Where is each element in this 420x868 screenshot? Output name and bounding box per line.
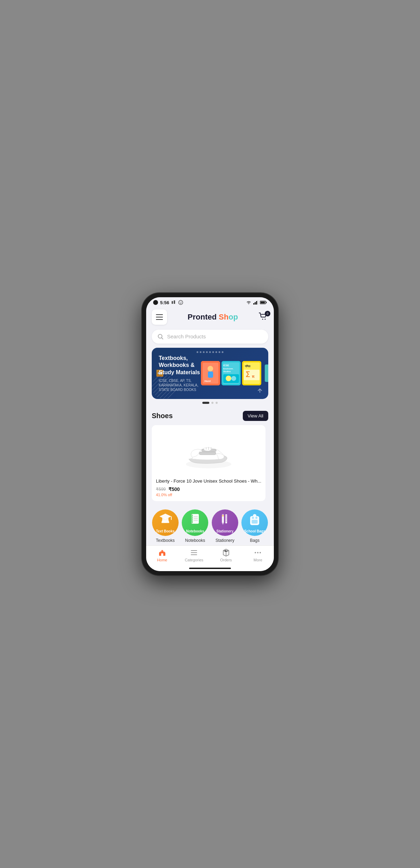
nav-item-categories[interactable]: Categories xyxy=(178,548,210,562)
svg-point-81 xyxy=(255,552,256,553)
banner[interactable]: ⏪ Textbooks, Workbooks & Study Materials… xyxy=(152,348,268,399)
category-notebooks[interactable]: Notebooks Notebooks xyxy=(182,509,208,543)
home-indicator xyxy=(189,568,231,569)
indicator-2 xyxy=(216,402,218,404)
shoes-section: Shoes View All xyxy=(146,408,274,504)
nav-item-orders[interactable]: Orders xyxy=(210,548,242,562)
logo-shop: Shop xyxy=(219,313,238,321)
banner-subtitle: ICSE, CBSE, AP, TS, KARANATAKA, KERALA, … xyxy=(159,378,201,392)
nav-label-home: Home xyxy=(157,558,167,562)
battery-icon xyxy=(260,300,267,305)
svg-point-12 xyxy=(262,318,263,320)
svg-rect-71 xyxy=(253,515,256,516)
product-name-1: Liberty - Force 10 Jove Unisex School Sh… xyxy=(156,478,261,484)
category-bags[interactable]: School Bags Bags xyxy=(241,509,268,543)
banner-dots xyxy=(197,351,224,353)
search-placeholder: Search Products xyxy=(167,333,206,339)
price-row-1: ₹599 ₹500 xyxy=(156,486,261,492)
shoes-products-scroll: Liberty - Force 10 Jove Unisex School Sh… xyxy=(152,425,268,504)
svg-point-74 xyxy=(253,517,253,518)
svg-point-75 xyxy=(256,517,257,518)
home-icon xyxy=(158,548,166,557)
textbooks-icon xyxy=(159,512,172,527)
nav-label-categories: Categories xyxy=(185,558,203,562)
svg-point-83 xyxy=(260,552,261,553)
search-icon xyxy=(157,333,164,340)
svg-point-29 xyxy=(231,376,236,381)
product-card-1[interactable]: Liberty - Force 10 Jove Unisex School Sh… xyxy=(152,425,265,501)
home-indicator-bar xyxy=(146,566,274,571)
banner-text: Textbooks, Workbooks & Study Materials I… xyxy=(159,355,201,392)
orders-icon xyxy=(222,548,230,557)
svg-point-28 xyxy=(226,376,231,381)
svg-text:∑: ∑ xyxy=(246,370,250,377)
svg-point-82 xyxy=(257,552,258,553)
svg-rect-8 xyxy=(257,300,258,305)
camera-icon xyxy=(153,300,158,305)
banner-indicators xyxy=(152,402,268,404)
product-img-1 xyxy=(156,429,261,475)
cat-circle-notebooks: Notebooks xyxy=(182,509,208,536)
cat-icon-notebooks: Notebooks xyxy=(188,512,202,533)
svg-point-3 xyxy=(180,302,180,302)
indicator-active xyxy=(202,402,209,404)
chevron-right-icon xyxy=(268,370,268,376)
wifi-icon xyxy=(246,300,252,305)
menu-line-1 xyxy=(156,314,163,315)
cat-circle-textbooks: Text Books xyxy=(152,509,179,536)
categories-icon xyxy=(190,548,198,557)
category-textbooks[interactable]: Text Books Textbooks xyxy=(152,509,179,543)
svg-point-13 xyxy=(264,318,265,320)
shoes-section-title: Shoes xyxy=(152,412,173,420)
notebooks-icon xyxy=(188,512,202,527)
svg-rect-6 xyxy=(255,302,256,305)
svg-rect-20 xyxy=(208,371,213,378)
category-stationery[interactable]: Stationery Stationery xyxy=(212,509,238,543)
svg-rect-0 xyxy=(172,301,173,304)
cart-badge: 0 xyxy=(265,311,270,316)
logo-pronted: Pronted xyxy=(188,313,217,321)
svg-text:ICSE: ICSE xyxy=(223,364,229,367)
header: Pronted Shop 0 xyxy=(146,307,274,328)
book-img-2: ICSE Environm. Studies xyxy=(222,361,241,385)
svg-text:Hazel: Hazel xyxy=(204,380,211,382)
svg-point-19 xyxy=(208,366,213,371)
bags-icon xyxy=(248,512,261,527)
status-time: 5:56 xyxy=(160,300,169,305)
svg-rect-5 xyxy=(253,303,254,305)
menu-line-3 xyxy=(156,319,163,320)
cat-circle-bags: School Bags xyxy=(241,509,268,536)
menu-line-2 xyxy=(156,317,163,317)
cat-icon-stationery: Stationery xyxy=(218,512,232,533)
discount-1: 41.0% off xyxy=(156,493,261,497)
cat-name-textbooks: Textbooks xyxy=(156,538,175,543)
up-arrow-icon xyxy=(256,387,263,395)
banner-next[interactable] xyxy=(265,364,268,382)
main-scroll: Pronted Shop 0 xyxy=(146,307,274,545)
svg-rect-37 xyxy=(199,452,216,455)
shoe-white-img xyxy=(183,433,234,471)
svg-point-4 xyxy=(181,302,182,302)
svg-marker-59 xyxy=(222,523,224,525)
cart-button[interactable]: 0 xyxy=(258,312,268,322)
banner-title: Textbooks, Workbooks & Study Materials xyxy=(159,355,201,376)
svg-rect-11 xyxy=(261,302,265,304)
nav-item-home[interactable]: Home xyxy=(146,548,178,562)
search-bar[interactable]: Search Products xyxy=(152,330,268,344)
svg-rect-48 xyxy=(162,519,168,521)
svg-rect-10 xyxy=(266,302,267,303)
shoes-view-all-button[interactable]: View All xyxy=(243,411,268,421)
signal-icon xyxy=(253,300,258,305)
shoes-section-header: Shoes View All xyxy=(152,411,268,421)
nav-label-orders: Orders xyxy=(220,558,232,562)
banner-container: ⏪ Textbooks, Workbooks & Study Materials… xyxy=(152,348,268,404)
stationery-icon xyxy=(218,512,232,527)
svg-text:Environm.: Environm. xyxy=(223,368,234,370)
svg-rect-67 xyxy=(222,514,224,515)
cat-name-notebooks: Notebooks xyxy=(185,538,205,543)
banner-images: Hazel ICSE Environm. Studies xyxy=(201,361,261,385)
menu-button[interactable] xyxy=(152,309,167,325)
cat-icon-textbooks: Text Books xyxy=(159,512,172,533)
cat-icon-bags: School Bags xyxy=(248,512,261,533)
nav-item-more[interactable]: More xyxy=(242,548,274,562)
